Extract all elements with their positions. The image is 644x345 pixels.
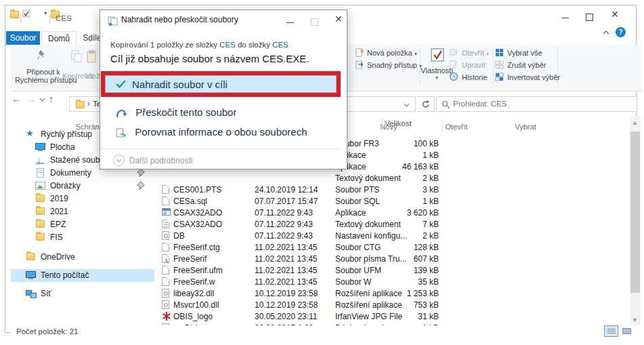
dialog-maximize-button[interactable] xyxy=(311,18,318,26)
file-size: 139 kB xyxy=(378,265,439,276)
minimize-button[interactable] xyxy=(561,18,569,18)
help-icon[interactable]: ? xyxy=(616,27,626,37)
file-row[interactable]: Msvcr100.dll10.12.2019 23:58Rozšíření ap… xyxy=(158,300,630,310)
star-icon xyxy=(26,129,36,138)
file-row[interactable]: libeay32.dll10.12.2019 23:58Rozšíření ap… xyxy=(158,288,630,299)
sidebar-item-2021[interactable]: 2021 xyxy=(11,205,154,218)
sidebar-item-label: OneDrive xyxy=(41,252,75,262)
new-item-label: Nová položka xyxy=(367,49,412,57)
subtitle-text: Kopírování 1 položky ze složky xyxy=(110,41,219,49)
option-replace-file[interactable]: Nahradit soubor v cíli xyxy=(105,75,337,93)
file-size: 31 kB xyxy=(378,311,439,322)
tab-file[interactable]: Soubor xyxy=(6,31,40,45)
folder-icon xyxy=(35,207,45,216)
dll-file-icon xyxy=(162,300,171,309)
option-skip-label: Přeskočit tento soubor xyxy=(135,106,236,118)
tab-home[interactable]: Domů xyxy=(41,31,77,45)
file-row[interactable]: FreeSerif.w11.02.2021 13:45Soubor W35 kB xyxy=(158,277,630,287)
new-item-button[interactable]: Nová položka ▾ xyxy=(367,49,417,57)
select-all-button[interactable]: Vybrat vše xyxy=(507,49,542,57)
collapse-ribbon-icon[interactable] xyxy=(603,31,609,35)
sidebar-item-fis[interactable]: FIS xyxy=(11,231,154,244)
scroll-down-icon[interactable]: ▼ xyxy=(632,317,638,323)
qat-properties-icon[interactable] xyxy=(22,9,31,18)
dialog-title: Nahradit nebo přeskočit soubory xyxy=(121,15,238,24)
invert-selection-icon xyxy=(495,73,504,81)
file-row[interactable]: OBIS_logo30.05.2020 23:11IrfanView JPG F… xyxy=(158,311,630,322)
option-compare-files[interactable]: Porovnat informace o obou souborech xyxy=(116,126,307,139)
dll-file-icon xyxy=(162,289,171,298)
file-row[interactable]: FreeSerif.ufm11.02.2021 13:45Soubor UFM1… xyxy=(158,265,630,276)
dialog-close-button[interactable]: ✕ xyxy=(335,14,343,24)
file-row[interactable]: AFreeSerif11.02.2021 13:45Soubor písma T… xyxy=(158,253,630,264)
sidebar-item-2019[interactable]: 2019 xyxy=(11,192,154,205)
search-input[interactable]: Prohledat: CES xyxy=(453,100,507,108)
vertical-scrollbar[interactable]: ▲ ▼ xyxy=(630,117,641,326)
scrollbar-thumb[interactable] xyxy=(630,131,640,293)
up-icon[interactable]: ↑ xyxy=(49,94,53,104)
qat-caret-icon[interactable]: ▾ xyxy=(44,10,47,16)
file-type: Soubor W xyxy=(335,277,371,287)
sidebar-item-label: 2019 xyxy=(50,194,68,203)
open-button[interactable]: Otevřít ▾ xyxy=(462,49,489,57)
more-details-label: Další podrobnosti xyxy=(129,156,192,165)
subtitle-text: do složky xyxy=(236,41,272,49)
file-row[interactable]: DB07.11.2022 9:43Nastavení konfigu...2 k… xyxy=(158,230,630,241)
open-label: Otevřít xyxy=(462,49,484,57)
file-name: Msvcr100.dll xyxy=(173,300,219,310)
back-icon[interactable]: ← xyxy=(12,94,21,104)
easy-access-label: Snadný přístup xyxy=(367,61,417,69)
sidebar-item-label: Tento počítač xyxy=(41,270,89,280)
explorer-screenshot: | ▾ | CES ✕ Soubor Domů Sdílení ? Připno… xyxy=(0,0,644,345)
file-date-modified: 10.12.2019 23:58 xyxy=(255,300,318,310)
option-compare-label: Porovnat informace o obou souborech xyxy=(135,126,307,138)
file-name: CES001.PTS xyxy=(173,184,221,195)
folder-icon xyxy=(35,220,45,228)
select-none-button[interactable]: Zrušit výběr xyxy=(507,61,546,69)
file-row[interactable]: Textový dokument2 kB xyxy=(158,173,630,184)
file-row[interactable]: CSAX32ADO07.11.2022 9:43Aplikace3 620 kB xyxy=(158,207,630,218)
dialog-minimize-button[interactable] xyxy=(286,22,294,23)
file-size: 1 253 kB xyxy=(378,288,439,299)
sidebar-item-this-pc[interactable]: Tento počítač xyxy=(11,269,154,282)
history-button[interactable]: Historie xyxy=(462,73,487,81)
sidebar-item-pictures[interactable]: Obrázky xyxy=(11,180,154,192)
sidebar-item-label: Obrázky xyxy=(50,181,81,190)
sidebar-item-epz[interactable]: EPZ xyxy=(11,218,154,231)
source-folder-link[interactable]: CES xyxy=(219,41,236,49)
sidebar-item-label: Plocha xyxy=(50,142,75,152)
skip-icon xyxy=(116,108,127,119)
irfan-file-icon xyxy=(162,312,171,321)
file-type: Soubor PTS xyxy=(335,184,379,195)
invert-selection-button[interactable]: Invertovat výběr xyxy=(507,73,560,81)
file-type: Soubor CTG xyxy=(335,242,381,253)
sidebar-item-network[interactable]: Síť xyxy=(11,287,154,300)
font-file-icon: A xyxy=(162,254,171,263)
recent-locations-icon[interactable] xyxy=(39,98,45,102)
option-skip-file[interactable]: Přeskočit tento soubor xyxy=(116,106,236,119)
open-icon xyxy=(450,48,458,56)
file-name: FreeSerif.ctg xyxy=(173,242,220,253)
file-row[interactable]: CES001.PTS24.10.2019 12:14Soubor PTS3 kB xyxy=(158,184,630,195)
thumbnails-view-button[interactable] xyxy=(620,325,634,337)
details-view-button[interactable] xyxy=(604,325,618,337)
file-row[interactable]: CESa.sql07.07.2017 15:47Soubor SQL1 kB xyxy=(158,196,630,207)
file-name: FreeSerif.w xyxy=(173,277,215,287)
forward-icon[interactable]: → xyxy=(26,94,36,104)
maximize-button[interactable] xyxy=(586,14,593,21)
file-row[interactable]: CSAX32ADO07.11.2022 9:43Textový dokument… xyxy=(158,219,630,230)
refresh-button[interactable] xyxy=(417,96,435,112)
destination-folder-link[interactable]: CES xyxy=(272,41,288,49)
more-details-toggle[interactable]: Další podrobnosti xyxy=(113,155,192,166)
file-row[interactable]: FreeSerif.ctg11.02.2021 13:45Soubor CTG1… xyxy=(158,242,630,253)
address-dropdown-icon[interactable] xyxy=(404,103,410,107)
scroll-up-icon[interactable]: ▲ xyxy=(632,119,638,126)
page-file-icon xyxy=(162,277,171,286)
search-box[interactable]: Prohledat: CES xyxy=(436,96,637,112)
edit-button[interactable]: Upravit xyxy=(462,61,486,69)
easy-access-button[interactable]: Snadný přístup ▾ xyxy=(367,61,422,69)
sidebar-item-label: 2021 xyxy=(50,207,68,216)
paste-icon xyxy=(87,50,98,64)
sidebar-item-onedrive[interactable]: OneDrive xyxy=(11,251,154,264)
close-button[interactable]: ✕ xyxy=(611,9,619,19)
